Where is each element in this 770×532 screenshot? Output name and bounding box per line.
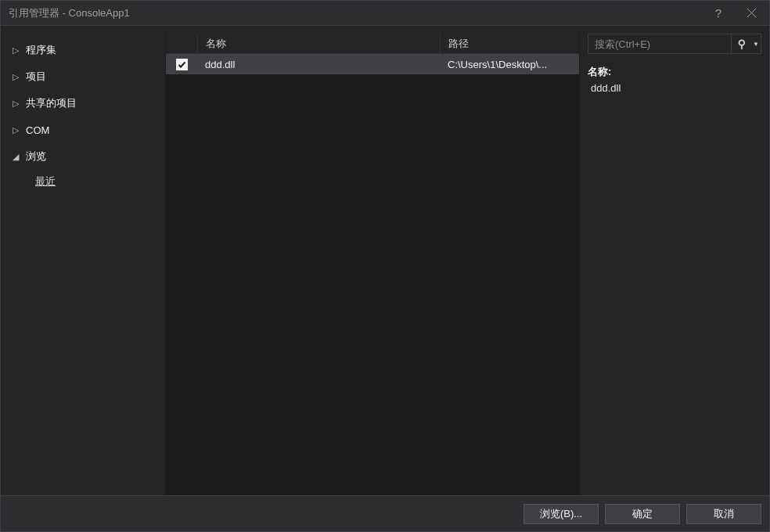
sidebar-item-browse[interactable]: ◢ 浏览: [4, 143, 165, 170]
cancel-button-label: 取消: [714, 507, 734, 521]
window-title: 引用管理器 - ConsoleApp1: [9, 6, 703, 20]
ok-button-label: 确定: [632, 507, 653, 521]
close-button[interactable]: [734, 1, 769, 25]
search-dropdown[interactable]: ▼: [751, 34, 761, 53]
reference-list: 名称 路径: [165, 34, 580, 495]
sidebar-item-label: 浏览: [26, 149, 46, 164]
dialog-body: ▷ 程序集 ▷ 项目 ▷ 共享的项目 ▷ COM ◢ 浏览: [1, 26, 769, 531]
chevron-down-icon: ▼: [753, 41, 759, 48]
column-header-name[interactable]: 名称: [197, 34, 440, 53]
checkmark-icon: [178, 60, 186, 69]
reference-row[interactable]: ddd.dll C:\Users\1\Desktop\...: [166, 54, 579, 74]
footer: 浏览(B)... 确定 取消: [1, 495, 769, 531]
chevron-right-icon: ▷: [10, 125, 21, 135]
search-input[interactable]: [588, 38, 731, 50]
column-header-path[interactable]: 路径: [440, 34, 579, 53]
sidebar-item-projects[interactable]: ▷ 项目: [4, 63, 165, 90]
titlebar: 引用管理器 - ConsoleApp1 ?: [1, 1, 769, 26]
chevron-right-icon: ▷: [10, 99, 21, 109]
sidebar-item-shared-projects[interactable]: ▷ 共享的项目: [4, 90, 165, 117]
right-panel: ⚲ ▼ 名称: ddd.dll: [580, 34, 769, 495]
sidebar-item-assemblies[interactable]: ▷ 程序集: [4, 37, 165, 63]
sidebar-subitem-recent[interactable]: 最近: [4, 170, 165, 193]
sidebar-subitem-label: 最近: [35, 174, 56, 189]
sidebar: ▷ 程序集 ▷ 项目 ▷ 共享的项目 ▷ COM ◢ 浏览: [1, 34, 165, 495]
cancel-button[interactable]: 取消: [686, 504, 761, 524]
list-body: ddd.dll C:\Users\1\Desktop\...: [166, 54, 579, 495]
sidebar-item-com[interactable]: ▷ COM: [4, 117, 165, 143]
column-header-path-label: 路径: [448, 37, 469, 51]
search-icon: ⚲: [738, 38, 746, 50]
detail-name-label: 名称:: [588, 65, 761, 79]
search-box[interactable]: ⚲ ▼: [588, 34, 761, 54]
row-checkbox[interactable]: [176, 59, 188, 70]
column-header-name-label: 名称: [206, 37, 226, 51]
help-button[interactable]: ?: [703, 6, 734, 20]
search-button[interactable]: ⚲: [731, 34, 751, 53]
chevron-right-icon: ▷: [10, 72, 21, 82]
row-path: C:\Users\1\Desktop\...: [440, 59, 579, 70]
detail-name-value: ddd.dll: [591, 82, 761, 94]
sidebar-item-label: 程序集: [26, 43, 56, 57]
list-header: 名称 路径: [166, 34, 579, 54]
column-header-checkbox[interactable]: [166, 34, 197, 53]
close-icon: [747, 9, 756, 17]
reference-manager-window: 引用管理器 - ConsoleApp1 ? ▷ 程序集 ▷ 项目: [0, 0, 770, 532]
sidebar-item-label: 项目: [26, 70, 46, 84]
chevron-down-icon: ◢: [10, 152, 21, 162]
browse-button-label: 浏览(B)...: [540, 507, 582, 521]
row-name: ddd.dll: [197, 59, 440, 70]
sidebar-item-label: COM: [26, 124, 49, 136]
sidebar-item-label: 共享的项目: [26, 96, 77, 110]
main-area: ▷ 程序集 ▷ 项目 ▷ 共享的项目 ▷ COM ◢ 浏览: [1, 26, 769, 495]
browse-button[interactable]: 浏览(B)...: [524, 504, 599, 524]
chevron-right-icon: ▷: [10, 45, 21, 56]
ok-button[interactable]: 确定: [605, 504, 680, 524]
